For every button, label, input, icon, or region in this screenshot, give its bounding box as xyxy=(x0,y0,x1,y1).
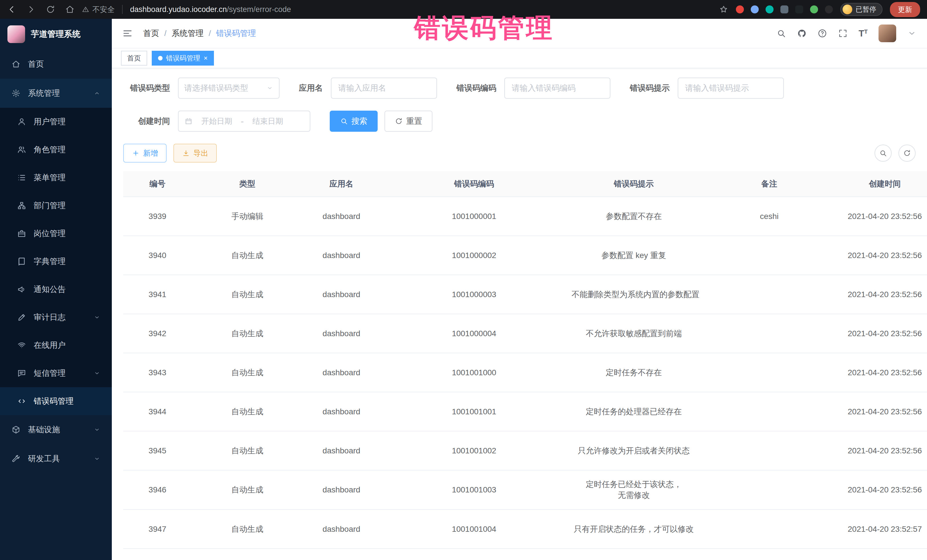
profile-paused-badge[interactable]: 已暂停 xyxy=(840,3,883,16)
cell-memo xyxy=(699,470,839,510)
hamburger-icon[interactable] xyxy=(122,28,133,39)
tag-close-icon[interactable]: × xyxy=(204,55,208,62)
sidebar-subitem[interactable]: 审计日志 xyxy=(0,304,112,331)
cell-type: 自动生成 xyxy=(191,275,303,314)
table-row: 3941 自动生成 dashboard 1001000003 不能删除类型为系统… xyxy=(123,275,927,314)
warning-icon xyxy=(82,6,89,13)
cell-app: dashboard xyxy=(303,275,380,314)
table-row: 3942 自动生成 dashboard 1001000004 不允许获取敏感配置… xyxy=(123,314,927,353)
column-header: 编号 xyxy=(123,171,191,197)
extension-icon[interactable] xyxy=(766,5,774,14)
search-button[interactable]: 搜索 xyxy=(330,111,378,132)
cell-memo xyxy=(699,236,839,275)
bookmark-star-icon[interactable] xyxy=(719,5,728,14)
cell-message: CRON 表达式不正确 xyxy=(568,549,699,560)
home-button[interactable] xyxy=(65,5,75,14)
sidebar-subitem[interactable]: 通知公告 xyxy=(0,275,112,304)
sidebar-subitem[interactable]: 短信管理 xyxy=(0,359,112,387)
cell-app: dashboard xyxy=(303,314,380,353)
app-logo[interactable]: 芋道管理系统 xyxy=(0,19,112,50)
start-date-input[interactable] xyxy=(197,117,237,126)
error-code-input[interactable] xyxy=(512,83,603,93)
fullscreen-icon[interactable] xyxy=(838,29,848,38)
filter-app-name: 应用名 xyxy=(299,77,437,99)
cell-id: 3940 xyxy=(123,236,191,275)
chevron-down-icon[interactable] xyxy=(907,29,917,38)
add-button[interactable]: 新增 xyxy=(123,144,167,162)
end-date-input[interactable] xyxy=(248,117,288,126)
sidebar-subitem[interactable]: 部门管理 xyxy=(0,191,112,220)
extension-icon[interactable] xyxy=(810,5,818,14)
cell-app: dashboard xyxy=(303,470,380,510)
search-icon[interactable] xyxy=(777,29,786,38)
url-host: dashboard.yudao.iocoder.cn xyxy=(130,5,227,14)
menu-label: 在线用户 xyxy=(33,340,100,351)
cell-message: 只有开启状态的任务，才可以修改 xyxy=(568,510,699,549)
menu-icon xyxy=(17,285,26,294)
sidebar-subitem[interactable]: 菜单管理 xyxy=(0,164,112,191)
forward-button[interactable] xyxy=(26,5,36,14)
github-icon[interactable] xyxy=(797,29,807,38)
chevron-down-icon xyxy=(94,370,100,377)
browser-update-button[interactable]: 更新 xyxy=(890,2,920,17)
extension-icon[interactable] xyxy=(736,5,744,14)
sidebar-subitem[interactable]: 错误码管理 xyxy=(0,387,112,415)
divider xyxy=(122,5,123,14)
address-bar[interactable]: dashboard.yudao.iocoder.cn/system/error-… xyxy=(130,5,711,14)
site-security-label[interactable]: 不安全 xyxy=(82,5,115,15)
refresh-table-button[interactable] xyxy=(898,144,916,162)
page-tag[interactable]: 错误码管理 × xyxy=(152,51,214,65)
cell-type: 自动生成 xyxy=(191,470,303,510)
help-icon[interactable] xyxy=(818,29,827,38)
cell-type: 自动生成 xyxy=(191,314,303,353)
sidebar-item-infra[interactable]: 基础设施 xyxy=(0,415,112,444)
breadcrumb-item[interactable]: 系统管理 xyxy=(172,28,204,39)
paused-label: 已暂停 xyxy=(856,5,876,14)
extension-icon[interactable] xyxy=(795,5,803,14)
avatar[interactable] xyxy=(878,24,896,42)
menu-label: 基础设施 xyxy=(28,424,86,435)
font-size-icon[interactable] xyxy=(859,29,868,38)
cell-created-time: 2021-04-20 23:52:56 xyxy=(839,314,927,353)
cell-created-time: 2021-04-20 23:52:56 xyxy=(839,431,927,470)
sidebar-subitem[interactable]: 岗位管理 xyxy=(0,220,112,247)
app-window: 芋道管理系统 首页 系统管理 用户管理 xyxy=(0,19,927,560)
error-type-select[interactable]: 请选择错误码类型 xyxy=(178,77,280,99)
reset-button[interactable]: 重置 xyxy=(384,111,432,132)
table-row: 3947 自动生成 dashboard 1001001004 只有开启状态的任务… xyxy=(123,510,927,549)
system-submenu: 用户管理 角色管理 菜单管理 xyxy=(0,108,112,415)
table-toolbar: 新增 导出 xyxy=(123,144,916,162)
sidebar-subitem[interactable]: 角色管理 xyxy=(0,136,112,164)
table-row: 3940 自动生成 dashboard 1001000002 参数配置 key … xyxy=(123,236,927,275)
page-tag[interactable]: 首页 xyxy=(121,51,147,65)
date-range-picker[interactable]: - xyxy=(178,111,310,132)
cell-id: 3943 xyxy=(123,353,191,392)
extension-icon[interactable] xyxy=(825,5,833,14)
reload-button[interactable] xyxy=(46,5,55,14)
cell-memo xyxy=(699,549,839,560)
sidebar-subitem[interactable]: 字典管理 xyxy=(0,247,112,275)
menu-icon xyxy=(17,117,26,126)
breadcrumb-item[interactable]: 首页 xyxy=(143,28,159,39)
cell-type: 自动生成 xyxy=(191,236,303,275)
extension-icon[interactable] xyxy=(780,5,789,14)
refresh-icon xyxy=(903,149,911,157)
cell-type: 自动生成 xyxy=(191,392,303,431)
export-button[interactable]: 导出 xyxy=(173,144,217,162)
sidebar-item-system[interactable]: 系统管理 xyxy=(0,79,112,108)
sidebar-subitem[interactable]: 用户管理 xyxy=(0,108,112,136)
sidebar-subitem[interactable]: 在线用户 xyxy=(0,331,112,359)
search-icon xyxy=(879,149,887,157)
table-row: 3944 自动生成 dashboard 1001001001 定时任务的处理器已… xyxy=(123,392,927,431)
extension-icon[interactable] xyxy=(751,5,759,14)
error-hint-input[interactable] xyxy=(685,83,777,93)
sidebar-item-devtools[interactable]: 研发工具 xyxy=(0,444,112,473)
sidebar-item-home[interactable]: 首页 xyxy=(0,50,112,79)
calendar-icon xyxy=(184,117,193,126)
chevron-up-icon xyxy=(94,90,100,97)
cell-code: 1001001004 xyxy=(452,525,496,533)
app-name-input[interactable] xyxy=(338,83,430,93)
tags-bar: 首页 错误码管理 × xyxy=(112,49,927,68)
back-button[interactable] xyxy=(7,5,17,14)
toggle-search-button[interactable] xyxy=(874,144,892,162)
